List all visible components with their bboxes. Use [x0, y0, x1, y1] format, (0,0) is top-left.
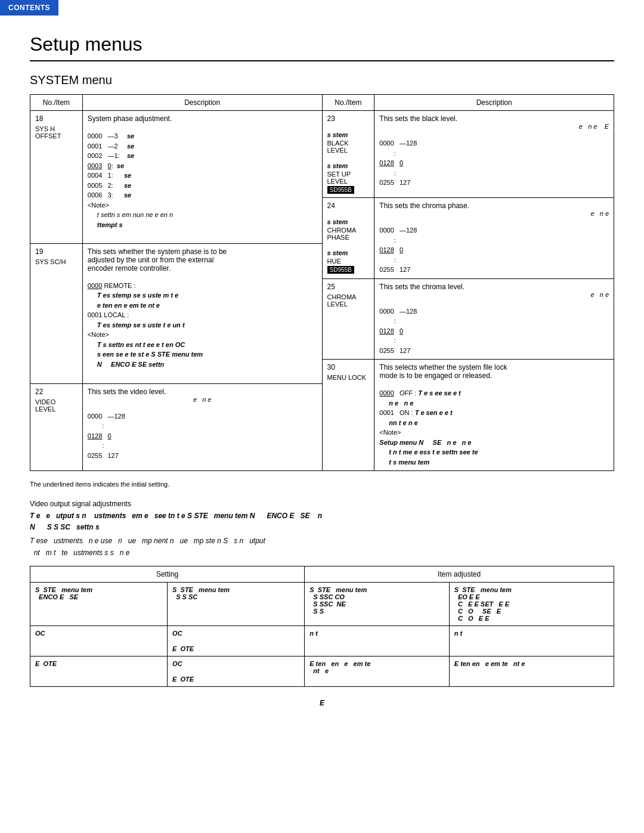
video-output-desc1: T e e utput s n ustments em e see tn t e… — [30, 510, 614, 533]
adj-r1-c3: S STE menu tem S SSC CO S SSC NE S S — [305, 582, 450, 625]
left-col2-header: Description — [82, 95, 322, 111]
page-content: Setup menus SYSTEM menu No./Item Descrip… — [0, 16, 644, 731]
right-row1-num: 23 s stem BLACK LEVEL s stem SET UP LEVE… — [322, 111, 374, 198]
left-row2-num: 19 SYS SC/H — [30, 243, 83, 383]
adj-r2-c3: n t — [305, 625, 450, 656]
sd955b-badge: SD955B — [327, 186, 354, 194]
adj-r1-c4: S STE menu tem EO E E C E E SET E E C O … — [449, 582, 614, 625]
table-row: 19 SYS SC/H This sets whether the system… — [30, 243, 323, 383]
adj-r1-c2: S STE menu tem S S SC — [168, 582, 305, 625]
adjustment-table: Setting Item adjusted S STE menu tem ENC… — [30, 566, 614, 687]
right-col1-header: No./Item — [322, 95, 374, 111]
left-row3-num: 22 VIDEO LEVEL — [30, 383, 83, 470]
right-menu-table: No./Item Description 23 s stem BLACK LEV… — [322, 94, 615, 471]
right-col2-header: Description — [374, 95, 614, 111]
video-output-title: Video output signal adjustments — [30, 500, 614, 508]
sd955b-badge-2: SD955B — [327, 266, 354, 274]
video-output-desc2: T ese ustments n e use n ue mp nent n ue… — [30, 535, 614, 558]
adj-r3-c4: E ten en e em te nt e — [449, 656, 614, 686]
table-row: 25 CHROMALEVEL This sets the chroma leve… — [322, 278, 614, 360]
adj-table-row-1: S STE menu tem ENCO E SE S STE menu tem … — [30, 582, 614, 625]
adj-col-item: Item adjusted — [305, 566, 614, 582]
adj-r3-c3: E ten en e em te nt e — [305, 656, 450, 686]
adj-r3-c2: OC E OTE — [168, 656, 305, 686]
adj-col-setting: Setting — [30, 566, 305, 582]
right-row3-desc: This sets the chroma level. e n e 0000 —… — [374, 278, 614, 360]
left-col1-header: No./Item — [30, 95, 83, 111]
adj-r3-c1: E OTE — [30, 656, 168, 686]
page-divider — [30, 60, 614, 61]
left-row1-desc: System phase adjustment. 0000 —3 se 0001… — [82, 111, 322, 244]
top-nav-bar: CONTENTS — [0, 0, 644, 16]
page-footer: E — [30, 699, 614, 707]
bottom-note: The underlined items indicates the initi… — [30, 481, 614, 488]
table-row: 22 VIDEO LEVEL This sets the video level… — [30, 383, 323, 470]
video-output-section: Video output signal adjustments T e e ut… — [30, 500, 614, 687]
adj-table-row-3: E OTE OC E OTE E ten en e em te nt e E t… — [30, 656, 614, 686]
contents-button[interactable]: CONTENTS — [0, 0, 58, 16]
right-row1-desc: This sets the black level. e n e E 0000 … — [374, 111, 614, 198]
left-menu-table: No./Item Description 18 SYS HOFFSET Syst… — [30, 94, 323, 471]
left-row2-desc: This sets whether the system phase is to… — [82, 243, 322, 383]
adj-r2-c1: OC — [30, 625, 168, 656]
right-row4-num: 30 MENU LOCK — [322, 360, 374, 471]
adj-table-row-2: OC OC E OTE n t n t — [30, 625, 614, 656]
main-tables: No./Item Description 18 SYS HOFFSET Syst… — [30, 94, 614, 471]
right-row4-desc: This selects whether the system file loc… — [374, 360, 614, 471]
table-row: 24 s stem CHROMA PHASE s stem HUE SD955B… — [322, 198, 614, 279]
table-row: 18 SYS HOFFSET System phase adjustment. … — [30, 111, 323, 244]
table-row: 30 MENU LOCK This selects whether the sy… — [322, 360, 614, 471]
left-row3-desc: This sets the video level. e n e 0000 —1… — [82, 383, 322, 470]
adj-r2-c4: n t — [449, 625, 614, 656]
right-row2-num: 24 s stem CHROMA PHASE s stem HUE SD955B — [322, 198, 374, 279]
adj-r1-c1: S STE menu tem ENCO E SE — [30, 582, 168, 625]
right-row2-desc: This sets the chroma phase. e n e 0000 —… — [374, 198, 614, 279]
section-title: SYSTEM menu — [30, 73, 614, 87]
table-row: 23 s stem BLACK LEVEL s stem SET UP LEVE… — [322, 111, 614, 198]
right-row3-num: 25 CHROMALEVEL — [322, 278, 374, 360]
page-title: Setup menus — [30, 33, 614, 55]
adj-r2-c2: OC E OTE — [168, 625, 305, 656]
left-row1-num: 18 SYS HOFFSET — [30, 111, 83, 244]
